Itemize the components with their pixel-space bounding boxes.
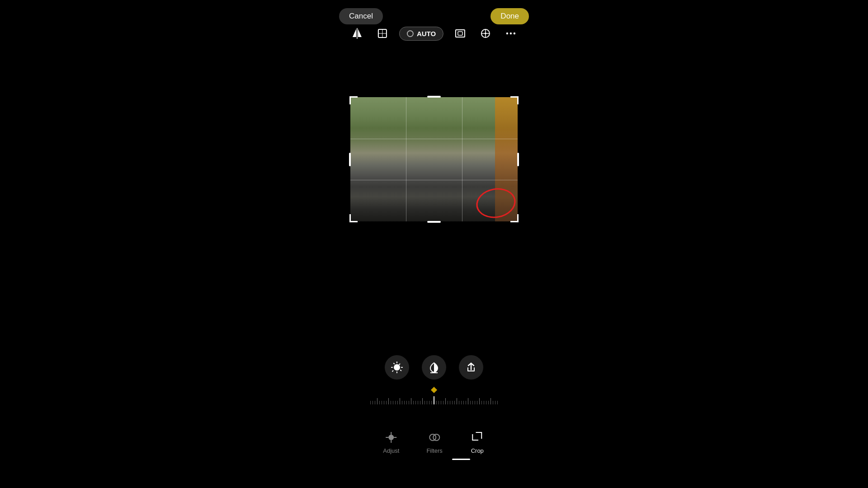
svg-rect-34: [476, 432, 482, 433]
svg-rect-21: [400, 370, 402, 371]
rotation-ruler[interactable]: [353, 392, 515, 404]
filters-icon: [427, 430, 442, 445]
crop-handle-top[interactable]: [427, 96, 441, 98]
svg-rect-7: [458, 32, 462, 35]
crop-handle-bottom[interactable]: [427, 221, 441, 223]
auto-button[interactable]: AUTO: [399, 27, 443, 41]
aspect-ratio-icon[interactable]: [452, 25, 469, 42]
brightness-action-button[interactable]: [385, 355, 409, 380]
more-options-icon[interactable]: [502, 25, 519, 42]
svg-point-13: [510, 33, 512, 34]
action-buttons-row: [385, 355, 483, 380]
photo-background: [350, 97, 518, 221]
crop-tab-label: Crop: [471, 447, 484, 454]
image-crop-area[interactable]: [350, 97, 518, 221]
filters-tab[interactable]: Filters: [426, 430, 442, 454]
cancel-button[interactable]: Cancel: [339, 8, 383, 24]
svg-point-15: [394, 364, 400, 371]
crop-tab-active-indicator: [452, 459, 470, 460]
svg-rect-36: [472, 434, 473, 435]
flip-horizontal-icon[interactable]: [349, 25, 366, 42]
crop-corner-br[interactable]: [510, 214, 519, 222]
svg-rect-23: [392, 370, 394, 372]
crop-corner-tl[interactable]: [349, 96, 358, 104]
svg-point-25: [388, 435, 394, 440]
svg-rect-33: [472, 440, 478, 441]
crop-corner-tr[interactable]: [510, 96, 519, 104]
orange-strip: [495, 97, 518, 221]
share-action-button[interactable]: [459, 355, 483, 380]
crop-handle-right[interactable]: [517, 153, 519, 166]
svg-rect-16: [396, 361, 397, 363]
done-button[interactable]: Done: [491, 8, 529, 24]
svg-rect-32: [472, 434, 473, 441]
adjust-tab-label: Adjust: [383, 447, 399, 454]
svg-rect-20: [393, 363, 395, 365]
svg-point-11: [485, 33, 486, 34]
adjust-icon: [383, 430, 399, 445]
crop-tab[interactable]: Crop: [470, 430, 485, 454]
crop-corner-bl[interactable]: [349, 214, 358, 222]
crop-handle-left[interactable]: [349, 153, 351, 166]
svg-marker-0: [353, 29, 356, 37]
orientation-icon[interactable]: [477, 25, 494, 42]
svg-rect-37: [481, 438, 482, 439]
svg-rect-18: [391, 367, 393, 368]
svg-point-12: [506, 33, 508, 34]
svg-point-14: [514, 33, 515, 34]
svg-marker-1: [358, 29, 362, 37]
crop-freeform-icon[interactable]: [374, 25, 391, 42]
crop-icon: [470, 430, 485, 445]
svg-rect-35: [481, 432, 482, 438]
adjust-tab[interactable]: Adjust: [383, 430, 399, 454]
svg-rect-17: [396, 371, 397, 373]
contrast-action-button[interactable]: [422, 355, 446, 380]
svg-rect-6: [456, 30, 465, 37]
bottom-toolbar: Adjust Filters Crop: [383, 430, 485, 454]
svg-rect-19: [401, 367, 403, 368]
filters-tab-label: Filters: [426, 447, 442, 454]
